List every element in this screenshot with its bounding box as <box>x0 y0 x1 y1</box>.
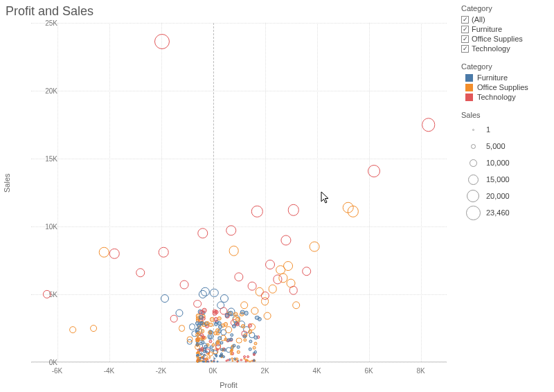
data-point[interactable] <box>215 355 217 357</box>
data-point[interactable] <box>99 247 109 258</box>
data-point[interactable] <box>302 267 312 276</box>
data-point[interactable] <box>223 348 226 352</box>
filter-item[interactable]: ✓Technology <box>461 44 550 53</box>
data-point[interactable] <box>207 361 209 363</box>
data-point[interactable] <box>230 333 234 337</box>
data-point[interactable] <box>283 261 293 271</box>
checkbox-icon[interactable]: ✓ <box>461 35 469 43</box>
data-point[interactable] <box>170 315 178 323</box>
data-point[interactable] <box>215 341 219 345</box>
data-point[interactable] <box>195 332 199 337</box>
data-point[interactable] <box>226 225 237 236</box>
data-point[interactable] <box>197 228 208 238</box>
data-point[interactable] <box>215 348 219 352</box>
data-point[interactable] <box>254 341 258 345</box>
data-point[interactable] <box>248 330 252 334</box>
data-point[interactable] <box>280 235 291 245</box>
filter-item[interactable]: ✓(All) <box>461 15 550 24</box>
data-point[interactable] <box>202 308 207 313</box>
data-point[interactable] <box>220 341 223 344</box>
data-point[interactable] <box>195 328 199 332</box>
data-point[interactable] <box>289 286 298 295</box>
filter-item[interactable]: ✓Furniture <box>461 25 550 33</box>
data-point[interactable] <box>240 310 245 314</box>
data-point[interactable] <box>202 357 205 359</box>
data-point[interactable] <box>249 348 252 351</box>
data-point[interactable] <box>154 34 170 49</box>
data-point[interactable] <box>236 360 238 362</box>
data-point[interactable] <box>241 324 245 328</box>
data-point[interactable] <box>208 356 211 359</box>
data-point[interactable] <box>233 344 236 348</box>
data-point[interactable] <box>186 336 193 342</box>
data-point[interactable] <box>368 165 380 177</box>
checkbox-icon[interactable]: ✓ <box>461 16 469 24</box>
data-point[interactable] <box>244 360 247 362</box>
chart-area[interactable]: Sales 0K5K10K15K20K25K-6K-4K-2K0K2K4K6K8… <box>0 19 457 391</box>
data-point[interactable] <box>136 268 145 278</box>
data-point[interactable] <box>213 357 216 360</box>
data-point[interactable] <box>201 330 205 334</box>
legend-item[interactable]: Furniture <box>465 73 550 82</box>
data-point[interactable] <box>237 350 240 353</box>
legend-item[interactable]: Technology <box>465 93 550 101</box>
data-point[interactable] <box>249 360 251 362</box>
data-point[interactable] <box>242 335 246 338</box>
data-point[interactable] <box>214 310 219 314</box>
data-point[interactable] <box>212 344 215 347</box>
data-point[interactable] <box>214 322 218 326</box>
data-point[interactable] <box>218 325 222 329</box>
data-point[interactable] <box>227 359 229 361</box>
data-point[interactable] <box>249 339 252 343</box>
data-point[interactable] <box>193 300 202 308</box>
legend-item[interactable]: Office Supplies <box>465 83 550 91</box>
data-point[interactable] <box>251 307 258 314</box>
data-point[interactable] <box>236 337 242 344</box>
data-point[interactable] <box>240 359 242 361</box>
data-point[interactable] <box>229 246 239 256</box>
data-point[interactable] <box>252 353 255 356</box>
data-point[interactable] <box>196 354 199 357</box>
data-point[interactable] <box>243 355 246 358</box>
data-point[interactable] <box>224 313 229 318</box>
filter-item[interactable]: ✓Office Supplies <box>461 35 550 43</box>
data-point[interactable] <box>215 329 220 333</box>
data-point[interactable] <box>200 348 204 352</box>
data-point[interactable] <box>90 325 97 332</box>
data-point[interactable] <box>199 341 203 345</box>
data-point[interactable] <box>288 204 299 215</box>
data-point[interactable] <box>252 346 256 350</box>
data-point[interactable] <box>268 285 277 294</box>
data-point[interactable] <box>202 361 204 363</box>
data-point[interactable] <box>264 312 271 320</box>
plot-canvas[interactable]: 0K5K10K15K20K25K-6K-4K-2K0K2K4K6K8K <box>31 23 447 362</box>
checkbox-icon[interactable]: ✓ <box>461 45 469 53</box>
data-point[interactable] <box>69 326 76 333</box>
data-point[interactable] <box>254 336 258 339</box>
data-point[interactable] <box>213 360 215 362</box>
checkbox-icon[interactable]: ✓ <box>461 26 469 33</box>
data-point[interactable] <box>251 206 262 217</box>
data-point[interactable] <box>180 280 189 289</box>
data-point[interactable] <box>217 317 222 321</box>
data-point[interactable] <box>225 326 232 333</box>
data-point[interactable] <box>236 357 239 360</box>
data-point[interactable] <box>179 325 186 332</box>
data-point[interactable] <box>220 354 223 357</box>
data-point[interactable] <box>309 242 319 252</box>
data-point[interactable] <box>422 118 436 132</box>
data-point[interactable] <box>243 338 247 341</box>
data-point[interactable] <box>231 359 233 362</box>
data-point[interactable] <box>234 272 243 281</box>
data-point[interactable] <box>205 360 207 362</box>
data-point[interactable] <box>292 301 301 310</box>
data-point[interactable] <box>247 282 256 291</box>
data-point[interactable] <box>209 339 213 343</box>
data-point[interactable] <box>211 348 214 352</box>
data-point[interactable] <box>265 260 275 269</box>
data-point[interactable] <box>197 360 199 362</box>
data-point[interactable] <box>274 275 283 284</box>
data-point[interactable] <box>247 355 249 358</box>
data-point[interactable] <box>161 294 169 303</box>
data-point[interactable] <box>208 330 212 335</box>
